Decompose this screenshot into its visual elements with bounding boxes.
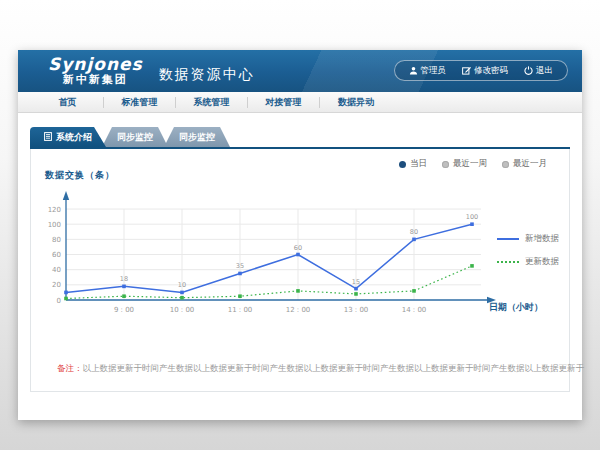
user-action-label: 管理员 xyxy=(421,65,447,77)
tab-0[interactable]: 系统介绍 xyxy=(30,127,106,147)
svg-text:40: 40 xyxy=(52,266,61,274)
svg-text:18: 18 xyxy=(120,275,128,283)
main-nav: 首页标准管理系统管理对接管理数据异动 xyxy=(18,92,582,113)
radio-option-2[interactable]: 最近一月 xyxy=(502,158,547,170)
tab-2[interactable]: 同步监控 xyxy=(164,127,230,147)
nav-item-0[interactable]: 首页 xyxy=(32,97,104,108)
svg-text:80: 80 xyxy=(410,228,418,236)
tab-1[interactable]: 同步监控 xyxy=(102,127,168,147)
legend-swatch xyxy=(497,238,519,240)
app-header: Synjones 新中新集团 数据资源中心 管理员修改密码退出 xyxy=(18,50,582,92)
svg-text:0: 0 xyxy=(57,297,61,305)
svg-text:11 : 00: 11 : 00 xyxy=(228,306,253,314)
radio-dot xyxy=(442,161,449,168)
svg-text:60: 60 xyxy=(52,251,61,259)
svg-text:10: 10 xyxy=(178,281,186,289)
power-icon xyxy=(524,66,533,75)
svg-text:100: 100 xyxy=(48,221,61,229)
legend-item-1: 更新数据 xyxy=(497,256,559,268)
svg-text:35: 35 xyxy=(236,262,244,270)
content-area: 系统介绍同步监控同步监控 当日最近一周最近一月 数据交换（条） 02040608… xyxy=(18,113,582,392)
time-range-filter: 当日最近一周最近一月 xyxy=(399,158,547,170)
radio-dot xyxy=(502,161,509,168)
user-action-edit[interactable]: 修改密码 xyxy=(454,65,516,77)
nav-item-2[interactable]: 系统管理 xyxy=(176,97,248,108)
svg-text:60: 60 xyxy=(294,244,302,252)
company-logo: Synjones 新中新集团 xyxy=(48,56,143,85)
svg-text:20: 20 xyxy=(52,281,61,289)
svg-text:15: 15 xyxy=(352,278,360,286)
line-chart: 0204060801001209 : 0010 : 0011 : 0012 : … xyxy=(41,183,511,333)
footnote: 备注：以上数据更新于时间产生数据以上数据更新于时间产生数据以上数据更新于时间产生… xyxy=(57,363,584,375)
svg-text:120: 120 xyxy=(48,206,61,214)
svg-text:13 : 00: 13 : 00 xyxy=(344,306,369,314)
edit-icon xyxy=(462,66,471,75)
footnote-label: 备注： xyxy=(57,363,83,373)
page-title: 数据资源中心 xyxy=(159,66,255,84)
footnote-text: 以上数据更新于时间产生数据以上数据更新于时间产生数据以上数据更新于时间产生数据以… xyxy=(83,363,585,373)
tab-label: 同步监控 xyxy=(117,131,153,144)
user-action-power[interactable]: 退出 xyxy=(516,65,561,77)
app-window: Synjones 新中新集团 数据资源中心 管理员修改密码退出 首页标准管理系统… xyxy=(18,50,582,420)
nav-item-1[interactable]: 标准管理 xyxy=(104,97,176,108)
y-axis-title: 数据交换（条） xyxy=(45,169,115,182)
user-actions-bar: 管理员修改密码退出 xyxy=(394,60,569,81)
tab-label: 系统介绍 xyxy=(56,131,92,144)
user-action-label: 修改密码 xyxy=(474,65,508,77)
logo-text-cn: 新中新集团 xyxy=(48,74,143,86)
x-axis-title: 日期（小时） xyxy=(489,301,543,314)
svg-text:9 : 00: 9 : 00 xyxy=(114,306,134,314)
radio-label: 最近一月 xyxy=(513,158,547,170)
svg-text:80: 80 xyxy=(52,236,61,244)
nav-item-4[interactable]: 数据异动 xyxy=(320,97,392,108)
doc-icon xyxy=(44,132,52,143)
svg-text:100: 100 xyxy=(466,213,478,221)
radio-label: 当日 xyxy=(410,158,427,170)
legend-label: 新增数据 xyxy=(525,233,559,245)
chart-panel: 当日最近一周最近一月 数据交换（条） 0204060801001209 : 00… xyxy=(30,149,570,392)
legend-item-0: 新增数据 xyxy=(497,233,559,245)
radio-option-0[interactable]: 当日 xyxy=(399,158,427,170)
chart-legend: 新增数据更新数据 xyxy=(497,233,559,268)
radio-option-1[interactable]: 最近一周 xyxy=(442,158,487,170)
user-action-user[interactable]: 管理员 xyxy=(401,65,455,77)
legend-swatch xyxy=(497,261,519,263)
nav-item-3[interactable]: 对接管理 xyxy=(248,97,320,108)
user-icon xyxy=(409,66,418,75)
radio-dot xyxy=(399,161,406,168)
tab-label: 同步监控 xyxy=(179,131,215,144)
user-action-label: 退出 xyxy=(536,65,553,77)
svg-text:12 : 00: 12 : 00 xyxy=(286,306,311,314)
svg-text:14 : 00: 14 : 00 xyxy=(402,306,427,314)
logo-text-en: Synjones xyxy=(48,56,143,74)
tab-bar: 系统介绍同步监控同步监控 xyxy=(30,127,570,147)
radio-label: 最近一周 xyxy=(453,158,487,170)
legend-label: 更新数据 xyxy=(525,256,559,268)
svg-text:10 : 00: 10 : 00 xyxy=(170,306,195,314)
